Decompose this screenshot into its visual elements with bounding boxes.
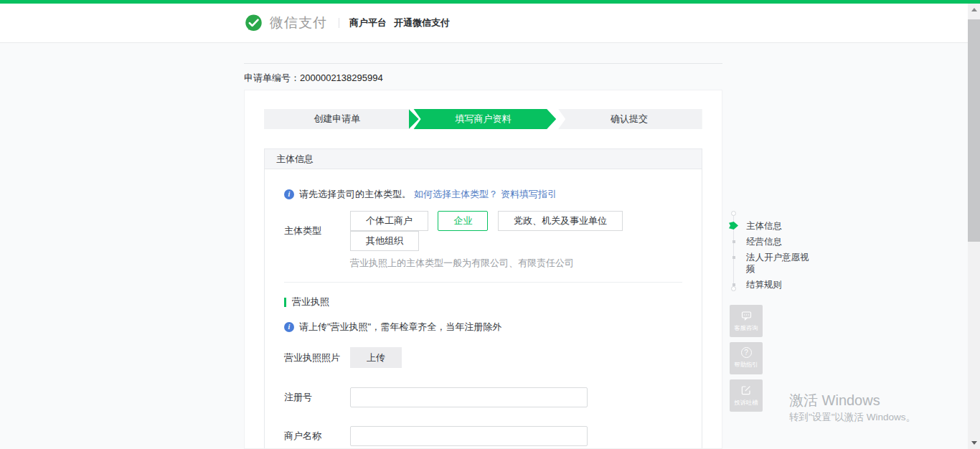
- info-icon: i: [284, 189, 294, 199]
- scroll-down-button[interactable]: [968, 437, 980, 449]
- windows-activation-watermark: 激活 Windows 转到"设置"以激活 Windows。: [789, 391, 915, 424]
- subject-type-label: 主体类型: [284, 225, 350, 237]
- upload-button[interactable]: 上传: [350, 347, 402, 368]
- subject-type-hint: 营业执照上的主体类型一般为有限公司、有限责任公司: [350, 257, 682, 269]
- type-government-button[interactable]: 党政、机关及事业单位: [498, 211, 623, 231]
- help-guide-button[interactable]: ? 帮助指引: [730, 342, 763, 374]
- feedback-button[interactable]: 投诉吐槽: [730, 379, 763, 412]
- license-notice: i 请上传"营业执照"，需年检章齐全，当年注册除外: [284, 321, 682, 334]
- watermark-title: 激活 Windows: [789, 391, 915, 410]
- green-bar: [284, 298, 286, 307]
- step-fill-merchant-info: 填写商户资料: [410, 109, 557, 129]
- wechat-pay-logo-icon: [244, 14, 263, 33]
- license-photo-label: 营业执照照片: [284, 351, 350, 364]
- header: 微信支付 商户平台 开通微信支付: [0, 4, 968, 43]
- dot-icon: [732, 240, 735, 243]
- how-to-choose-link[interactable]: 如何选择主体类型？: [414, 188, 498, 201]
- next-field-input-partial[interactable]: [350, 426, 588, 446]
- license-notice-text: 请上传"营业执照"，需年检章齐全，当年注册除外: [299, 321, 501, 334]
- top-green-bar: [0, 0, 980, 4]
- vertical-scrollbar[interactable]: [968, 4, 980, 449]
- customer-service-button[interactable]: 客服咨询: [730, 305, 763, 337]
- registration-number-input[interactable]: [350, 387, 588, 407]
- brand-wordmark: 微信支付: [270, 14, 327, 32]
- subject-type-notice: i 请先选择贵司的主体类型。 如何选择主体类型？ 资料填写指引: [284, 188, 682, 201]
- application-number-value: 2000002138295994: [300, 72, 383, 83]
- type-individual-button[interactable]: 个体工商户: [350, 211, 428, 231]
- nav-open-wechat-pay[interactable]: 开通微信支付: [394, 16, 450, 29]
- registration-number-label: 注册号: [284, 391, 350, 404]
- application-number-label: 申请单编号：: [244, 72, 300, 83]
- subject-type-row: 主体类型 个体工商户 企业 党政、机关及事业单位 其他组织: [284, 211, 682, 251]
- type-enterprise-button[interactable]: 企业: [438, 211, 488, 231]
- notice-text: 请先选择贵司的主体类型。: [299, 188, 411, 201]
- section-title: 主体信息: [265, 149, 702, 169]
- step-indicator: 创建申请单 填写商户资料 确认提交: [264, 109, 702, 129]
- page: 微信支付 商户平台 开通微信支付 申请单编号：2000002138295994 …: [0, 0, 980, 449]
- anchor-legal-person-video[interactable]: 法人开户意愿视频: [730, 252, 812, 275]
- fill-guide-link[interactable]: 资料填写指引: [501, 188, 557, 201]
- step-confirm-submit: 确认提交: [556, 109, 702, 129]
- scrollbar-thumb[interactable]: [968, 19, 980, 242]
- application-number-row: 申请单编号：2000002138295994: [244, 63, 722, 85]
- floating-toolbar: 客服咨询 ? 帮助指引 投诉吐槽: [730, 305, 763, 417]
- active-arrow-icon: [729, 222, 738, 230]
- section-divider: [284, 282, 682, 283]
- question-icon: ?: [741, 347, 752, 358]
- business-license-title: 营业执照: [284, 297, 682, 307]
- subject-info-section: 主体信息 i 请先选择贵司的主体类型。 如何选择主体类型？ 资料填写指引 主体类…: [264, 148, 702, 449]
- step-create-application: 创建申请单: [264, 109, 410, 129]
- dot-icon: [732, 256, 735, 259]
- registration-number-row: 注册号: [284, 387, 682, 407]
- edit-icon: [740, 384, 752, 396]
- merchant-name-row: 商户名称: [284, 426, 682, 446]
- dot-icon: [732, 283, 735, 286]
- arrow-up-icon: [971, 8, 977, 11]
- form-card: 创建申请单 填写商户资料 确认提交 主体信息 i 请先选择贵司的主体类型。 如何…: [244, 90, 722, 449]
- type-other-button[interactable]: 其他组织: [350, 231, 419, 251]
- license-photo-row: 营业执照照片 上传: [284, 347, 682, 368]
- scroll-up-button[interactable]: [968, 4, 980, 16]
- arrow-down-icon: [971, 441, 977, 445]
- anchor-business-info[interactable]: 经营信息: [730, 236, 814, 247]
- header-divider: [339, 18, 339, 28]
- watermark-subtitle: 转到"设置"以激活 Windows。: [789, 411, 915, 424]
- nav-merchant-platform[interactable]: 商户平台: [349, 16, 387, 29]
- anchor-subject-info[interactable]: 主体信息: [730, 220, 814, 232]
- anchor-navigation: 主体信息 经营信息 法人开户意愿视频 结算规则: [730, 211, 814, 291]
- anchor-settlement-rules[interactable]: 结算规则: [730, 279, 814, 290]
- merchant-name-label: 商户名称: [284, 430, 350, 443]
- chat-icon: [740, 310, 753, 321]
- info-icon: i: [284, 322, 294, 332]
- timeline-top-circle-icon: [731, 211, 736, 216]
